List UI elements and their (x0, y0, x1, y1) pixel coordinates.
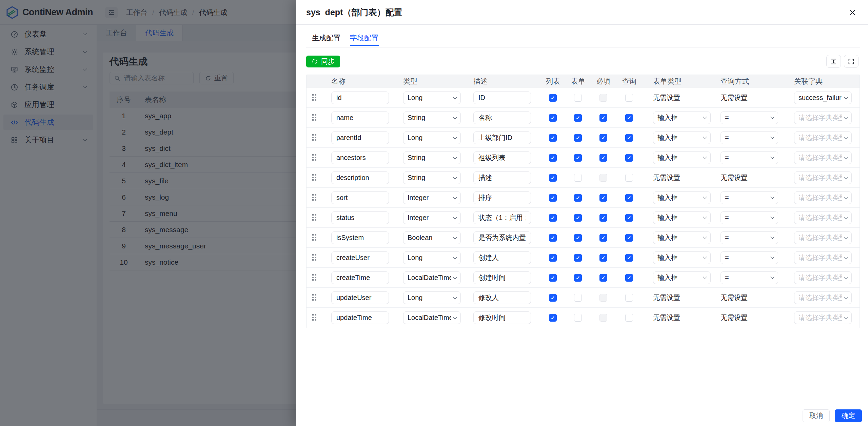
dict-select[interactable]: 请选择字典类型 (794, 311, 852, 324)
list-checkbox[interactable] (549, 174, 557, 182)
field-type-select[interactable]: Boolean (403, 231, 461, 244)
list-checkbox[interactable] (549, 274, 557, 282)
field-name-input[interactable] (331, 92, 389, 104)
field-type-select[interactable]: LocalDateTime (403, 271, 461, 284)
required-checkbox[interactable] (599, 194, 607, 202)
query-checkbox[interactable] (625, 194, 633, 202)
dict-select[interactable]: 请选择字典类型 (794, 131, 852, 144)
fullscreen-icon[interactable] (844, 55, 859, 68)
drag-handle-icon[interactable] (312, 254, 316, 261)
field-type-select[interactable]: Integer (403, 211, 461, 224)
query-checkbox[interactable] (625, 274, 633, 282)
query-type-select[interactable]: = (721, 231, 778, 244)
field-desc-input[interactable] (473, 211, 531, 224)
field-desc-input[interactable] (473, 251, 531, 264)
required-checkbox[interactable] (599, 174, 607, 182)
query-checkbox[interactable] (625, 94, 633, 102)
dict-select[interactable]: 请选择字典类型 (794, 211, 852, 224)
query-type-select[interactable]: = (721, 271, 778, 284)
query-type-select[interactable]: = (721, 151, 778, 164)
query-checkbox[interactable] (625, 254, 633, 262)
form-checkbox[interactable] (574, 174, 582, 182)
form-checkbox[interactable] (574, 134, 582, 142)
cancel-button[interactable]: 取消 (803, 409, 830, 422)
form-type-select[interactable]: 输入框 (653, 151, 711, 164)
field-type-select[interactable]: Long (403, 92, 461, 104)
drag-handle-icon[interactable] (312, 194, 316, 201)
dict-select[interactable]: success_failur (794, 92, 852, 104)
field-type-select[interactable]: String (403, 151, 461, 164)
list-checkbox[interactable] (549, 214, 557, 222)
form-checkbox[interactable] (574, 274, 582, 282)
field-name-input[interactable] (331, 151, 389, 164)
query-checkbox[interactable] (625, 114, 633, 122)
list-checkbox[interactable] (549, 154, 557, 162)
form-checkbox[interactable] (574, 314, 582, 322)
field-type-select[interactable]: Long (403, 251, 461, 264)
query-checkbox[interactable] (625, 154, 633, 162)
field-type-select[interactable]: String (403, 111, 461, 124)
form-checkbox[interactable] (574, 94, 582, 102)
list-checkbox[interactable] (549, 234, 557, 242)
required-checkbox[interactable] (599, 294, 607, 302)
list-checkbox[interactable] (549, 254, 557, 262)
drag-handle-icon[interactable] (312, 94, 316, 101)
field-desc-input[interactable] (473, 231, 531, 244)
form-checkbox[interactable] (574, 214, 582, 222)
form-checkbox[interactable] (574, 194, 582, 202)
field-desc-input[interactable] (473, 151, 531, 164)
confirm-button[interactable]: 确定 (835, 409, 862, 422)
field-type-select[interactable]: Long (403, 291, 461, 304)
field-name-input[interactable] (331, 271, 389, 284)
query-type-select[interactable]: = (721, 111, 778, 124)
drag-handle-icon[interactable] (312, 114, 316, 121)
query-checkbox[interactable] (625, 234, 633, 242)
field-type-select[interactable]: LocalDateTime (403, 311, 461, 324)
query-checkbox[interactable] (625, 174, 633, 182)
tab-field-config[interactable]: 字段配置 (350, 31, 378, 45)
required-checkbox[interactable] (599, 214, 607, 222)
form-type-select[interactable]: 输入框 (653, 111, 711, 124)
field-name-input[interactable] (331, 171, 389, 184)
field-name-input[interactable] (331, 311, 389, 324)
query-checkbox[interactable] (625, 314, 633, 322)
list-checkbox[interactable] (549, 194, 557, 202)
field-desc-input[interactable] (473, 311, 531, 324)
field-type-select[interactable]: String (403, 171, 461, 184)
field-desc-input[interactable] (473, 92, 531, 104)
drag-handle-icon[interactable] (312, 134, 316, 141)
field-name-input[interactable] (331, 111, 389, 124)
field-name-input[interactable] (331, 211, 389, 224)
form-checkbox[interactable] (574, 254, 582, 262)
query-type-select[interactable]: = (721, 251, 778, 264)
dict-select[interactable]: 请选择字典类型 (794, 251, 852, 264)
drag-handle-icon[interactable] (312, 274, 316, 281)
dict-select[interactable]: 请选择字典类型 (794, 291, 852, 304)
required-checkbox[interactable] (599, 314, 607, 322)
query-checkbox[interactable] (625, 134, 633, 142)
list-checkbox[interactable] (549, 94, 557, 102)
form-type-select[interactable]: 输入框 (653, 251, 711, 264)
drag-handle-icon[interactable] (312, 314, 316, 321)
form-checkbox[interactable] (574, 154, 582, 162)
list-checkbox[interactable] (549, 294, 557, 302)
field-name-input[interactable] (331, 291, 389, 304)
drag-handle-icon[interactable] (312, 154, 316, 161)
required-checkbox[interactable] (599, 114, 607, 122)
query-type-select[interactable]: = (721, 131, 778, 144)
field-name-input[interactable] (331, 191, 389, 204)
field-name-input[interactable] (331, 231, 389, 244)
form-type-select[interactable]: 输入框 (653, 271, 711, 284)
field-desc-input[interactable] (473, 111, 531, 124)
field-name-input[interactable] (331, 251, 389, 264)
list-checkbox[interactable] (549, 134, 557, 142)
form-checkbox[interactable] (574, 294, 582, 302)
query-type-select[interactable]: = (721, 211, 778, 224)
required-checkbox[interactable] (599, 94, 607, 102)
row-height-icon[interactable] (826, 55, 841, 68)
drawer-mask[interactable] (0, 0, 296, 426)
drag-handle-icon[interactable] (312, 234, 316, 241)
required-checkbox[interactable] (599, 254, 607, 262)
required-checkbox[interactable] (599, 134, 607, 142)
form-checkbox[interactable] (574, 114, 582, 122)
